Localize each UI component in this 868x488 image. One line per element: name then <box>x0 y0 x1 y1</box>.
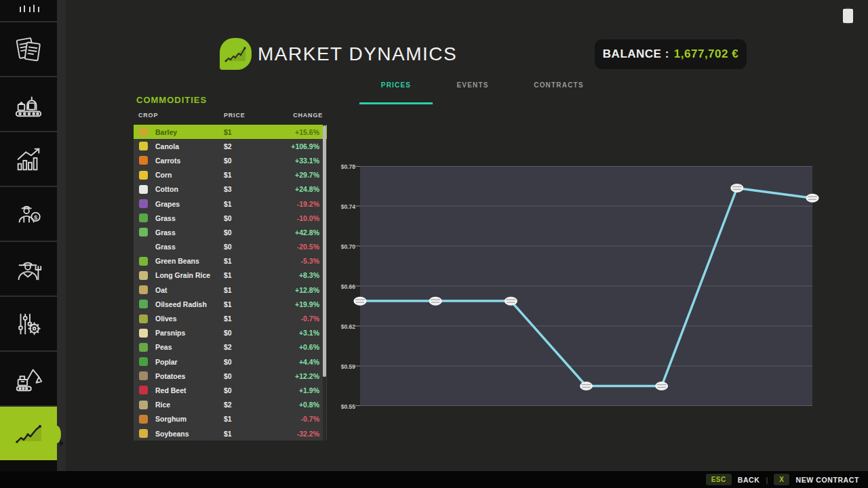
sidebar-item-farmer[interactable] <box>0 241 57 296</box>
commodity-row[interactable]: Green Beans $1 -5.3% <box>134 254 327 268</box>
sidebar-item-production[interactable] <box>0 76 57 131</box>
data-point-marker <box>806 194 819 203</box>
sidebar-item-finances[interactable]: $ <box>0 186 57 241</box>
column-header-change: CHANGE <box>293 112 323 119</box>
sidebar-item-contracts[interactable] <box>0 21 57 76</box>
commodity-row[interactable]: Poplar $0 +4.4% <box>134 354 327 369</box>
crop-change: +33.1% <box>295 157 319 165</box>
footer-keybind-bar: ESC BACK | X NEW CONTRACT <box>0 471 868 488</box>
crop-icon <box>139 300 148 308</box>
sidebar-item-settings[interactable] <box>0 296 57 350</box>
page-title: MARKET DYNAMICS <box>258 43 457 65</box>
crop-name: Soybeans <box>155 430 189 438</box>
sidebar-edge-strip <box>57 0 66 471</box>
crop-icon <box>139 243 148 251</box>
crop-price: $2 <box>224 343 232 351</box>
active-tab-arrow <box>60 440 64 447</box>
commodity-row[interactable]: Parsnips $0 +3.1% <box>134 326 327 340</box>
crop-price: $1 <box>224 300 232 308</box>
crop-icon <box>139 343 148 352</box>
balance-badge: BALANCE : 1,677,702 € <box>595 39 747 69</box>
commodity-row[interactable]: Rice $2 +0.8% <box>134 398 327 412</box>
commodity-row[interactable]: Olives $1 -0.7% <box>134 311 327 325</box>
commodities-column-headers: CROP PRICE CHANGE <box>134 112 327 121</box>
commodity-row[interactable]: Potatoes $0 +12.2% <box>134 369 327 383</box>
commodity-row[interactable]: Soybeans $1 -32.2% <box>134 426 327 441</box>
commodity-row[interactable]: Sorghum $1 -0.7% <box>134 412 327 426</box>
commodity-row[interactable]: Peas $2 +0.6% <box>134 340 327 354</box>
crop-name: Oat <box>155 286 167 294</box>
crop-icon <box>139 127 148 136</box>
esc-key-badge[interactable]: ESC <box>706 474 732 485</box>
crop-icon <box>139 386 148 394</box>
new-contract-button[interactable]: NEW CONTRACT <box>795 476 859 484</box>
tab-events[interactable]: EVENTS <box>456 81 488 89</box>
production-icon <box>13 89 44 120</box>
battery-icon <box>843 9 853 23</box>
partial-top-icon <box>14 0 43 20</box>
crop-icon <box>139 257 148 266</box>
crop-name: Barley <box>155 128 177 136</box>
crop-icon <box>139 185 148 194</box>
commodity-row[interactable]: Corn $1 +29.7% <box>134 168 327 182</box>
crop-price: $0 <box>224 157 232 165</box>
y-axis-tick-label: $0.74 <box>341 203 355 210</box>
back-button[interactable]: BACK <box>738 476 760 484</box>
sidebar-item-construction[interactable] <box>0 350 57 405</box>
crop-icon <box>139 171 148 180</box>
commodity-row[interactable]: Cotton $3 +24.8% <box>134 182 327 197</box>
commodity-row[interactable]: Grass $0 +42.8% <box>134 225 327 239</box>
crop-change: -32.2% <box>297 430 319 438</box>
commodity-row[interactable]: Grass $0 -20.5% <box>134 240 327 254</box>
crop-name: Long Grain Rice <box>155 271 210 279</box>
crop-icon <box>139 156 148 165</box>
crop-price: $0 <box>224 386 232 394</box>
commodity-row[interactable]: Canola $2 +106.9% <box>134 139 327 153</box>
x-key-badge[interactable]: X <box>774 474 789 485</box>
tab-prices[interactable]: PRICES <box>381 81 411 89</box>
data-point-marker <box>354 297 367 306</box>
commodities-section-title: COMMODITIES <box>136 95 207 105</box>
commodity-row[interactable]: Oat $1 +12.8% <box>134 283 327 297</box>
crop-icon <box>139 314 148 323</box>
crop-change: -0.7% <box>301 415 319 423</box>
commodity-row[interactable]: Red Beet $0 +1.9% <box>134 383 327 397</box>
commodity-row[interactable]: Barley $1 +15.6% <box>134 125 327 139</box>
data-point-marker <box>655 382 668 390</box>
commodity-row[interactable]: Grass $0 -10.0% <box>134 211 327 225</box>
crop-name: Grass <box>155 243 176 251</box>
data-point-marker <box>730 184 743 192</box>
footer-divider: | <box>766 476 768 484</box>
data-point-marker <box>429 297 442 306</box>
crop-change: +15.6% <box>295 128 319 136</box>
tab-contracts[interactable]: CONTRACTS <box>534 81 584 89</box>
crop-price: $1 <box>224 415 232 423</box>
price-history-chart <box>360 166 812 406</box>
finances-icon: $ <box>13 199 44 230</box>
commodity-row[interactable]: Oilseed Radish $1 +19.9% <box>134 297 327 311</box>
crop-icon <box>139 371 148 380</box>
y-axis-tick-label: $0.78 <box>341 163 355 170</box>
crop-name: Oilseed Radish <box>155 300 207 308</box>
crop-price: $1 <box>224 314 232 323</box>
crop-price: $0 <box>224 372 232 380</box>
sidebar-item-statistics[interactable] <box>0 131 57 186</box>
crop-icon <box>139 285 148 294</box>
statistics-icon <box>13 144 44 175</box>
crop-price: $2 <box>224 401 232 409</box>
active-tab-underline <box>359 102 433 104</box>
commodity-row[interactable]: Long Grain Rice $1 +8.3% <box>134 268 327 283</box>
commodity-row[interactable]: Grapes $1 -19.2% <box>134 197 327 211</box>
crop-price: $0 <box>224 214 232 222</box>
crop-icon <box>139 199 148 208</box>
crop-change: +106.9% <box>291 142 319 150</box>
crop-price: $2 <box>224 142 232 150</box>
sidebar-item-market-dynamics[interactable] <box>0 405 57 460</box>
sidebar: $ <box>0 0 57 471</box>
crop-icon <box>139 401 148 409</box>
crop-icon <box>139 357 148 366</box>
crop-name: Olives <box>155 314 177 323</box>
commodity-row[interactable]: Carrots $0 +33.1% <box>134 153 327 167</box>
sidebar-item-top-partial[interactable] <box>0 0 57 21</box>
crop-name: Red Beet <box>155 386 186 394</box>
